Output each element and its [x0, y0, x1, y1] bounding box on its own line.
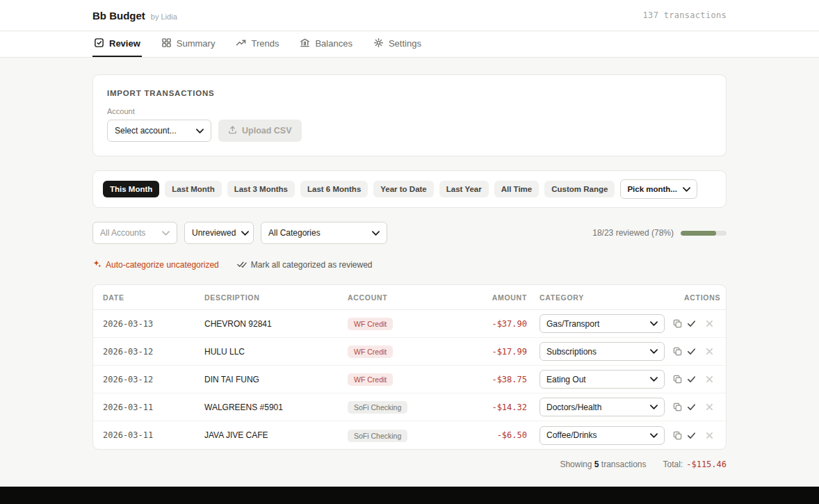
review-progress-fill: [681, 231, 716, 236]
trending-up-icon: [236, 38, 246, 50]
category-select[interactable]: Doctors/Health: [540, 398, 665, 416]
select-value: Doctors/Health: [546, 403, 601, 412]
delete-transaction-button[interactable]: [702, 317, 716, 331]
select-value: Eating Out: [546, 375, 586, 384]
app-title: Bb Budget: [92, 10, 145, 22]
import-transactions-card: IMPORT TRANSACTIONS Account Select accou…: [92, 74, 727, 156]
copy-icon: [673, 431, 682, 440]
mark-reviewed-button[interactable]: [684, 400, 698, 414]
table-row: 2026-03-12 DIN TAI FUNG WF Credit -$38.7…: [93, 366, 726, 393]
tab-balances[interactable]: Balances: [298, 31, 353, 57]
sparkles-icon: [92, 259, 102, 270]
copy-category-button[interactable]: [670, 428, 684, 442]
chevron-down-icon: [650, 349, 658, 354]
copy-category-button[interactable]: [670, 317, 684, 331]
mark-reviewed-button[interactable]: [684, 373, 698, 387]
category-select[interactable]: Eating Out: [540, 370, 665, 389]
transactions-table: Date Description Account Amount Category…: [92, 284, 727, 450]
delete-transaction-button[interactable]: [702, 428, 716, 442]
pill-year-to-date[interactable]: Year to Date: [373, 181, 433, 197]
chevron-down-icon: [650, 377, 658, 382]
copy-icon: [673, 403, 682, 412]
category-select[interactable]: Subscriptions: [540, 342, 665, 361]
account-badge: WF Credit: [348, 318, 393, 330]
check-icon: [687, 375, 696, 384]
table-row: 2026-03-12 HULU LLC WF Credit -$17.99 Su…: [93, 338, 726, 366]
account-filter-select[interactable]: All Accounts: [92, 222, 177, 244]
select-value: Gas/Transport: [546, 319, 599, 329]
pill-last-3-months[interactable]: Last 3 Months: [227, 181, 295, 197]
pick-month-select[interactable]: Pick month...: [620, 179, 697, 199]
check-icon: [687, 319, 696, 328]
col-category: Category: [540, 293, 684, 302]
showing-count: Showing 5 transactions: [560, 460, 646, 469]
transaction-amount: -$38.75: [477, 375, 540, 384]
account-badge: WF Credit: [348, 373, 393, 386]
chevron-down-icon: [683, 187, 690, 192]
transaction-amount: -$37.90: [477, 319, 540, 329]
import-account-select[interactable]: Select account...: [107, 120, 211, 142]
col-account: Account: [348, 293, 477, 302]
copy-icon: [673, 375, 682, 384]
copy-category-button[interactable]: [670, 400, 684, 414]
pill-last-month[interactable]: Last Month: [165, 181, 221, 197]
pill-last-6-months[interactable]: Last 6 Months: [300, 181, 368, 197]
tab-label: Trends: [251, 38, 279, 49]
double-check-icon: [237, 260, 247, 270]
date-range-card: This Month Last Month Last 3 Months Last…: [92, 170, 727, 208]
mark-all-reviewed-button[interactable]: Mark all categorized as reviewed: [237, 260, 373, 270]
upload-icon: [228, 125, 237, 136]
col-description: Description: [204, 293, 348, 302]
chevron-down-icon: [372, 231, 380, 236]
app-byline: by Lidia: [151, 13, 177, 21]
upload-csv-button[interactable]: Upload CSV: [218, 120, 302, 142]
mark-reviewed-button[interactable]: [684, 345, 698, 359]
pill-this-month[interactable]: This Month: [103, 181, 159, 197]
transaction-description: DIN TAI FUNG: [204, 375, 348, 384]
pill-last-year[interactable]: Last Year: [439, 181, 489, 197]
tab-summary[interactable]: Summary: [160, 31, 217, 57]
review-status-select[interactable]: Unreviewed: [184, 222, 254, 244]
delete-transaction-button[interactable]: [702, 373, 716, 387]
tab-label: Balances: [315, 38, 352, 49]
transaction-date: 2026-03-13: [103, 319, 204, 329]
import-heading: IMPORT TRANSACTIONS: [107, 89, 712, 97]
tab-label: Settings: [389, 38, 421, 49]
copy-category-button[interactable]: [670, 345, 684, 359]
delete-transaction-button[interactable]: [702, 400, 716, 414]
total: Total:-$115.46: [663, 460, 727, 469]
main-nav: Review Summary Trends Balances Settings: [0, 31, 819, 58]
copy-category-button[interactable]: [670, 373, 684, 387]
tab-label: Summary: [177, 38, 216, 49]
close-icon: [706, 375, 713, 383]
mark-reviewed-button[interactable]: [684, 428, 698, 442]
account-badge: SoFi Checking: [348, 430, 407, 442]
tab-review[interactable]: Review: [92, 31, 142, 57]
pill-custom-range[interactable]: Custom Range: [544, 181, 615, 197]
category-select[interactable]: Gas/Transport: [540, 314, 665, 333]
category-select[interactable]: Coffee/Drinks: [540, 426, 665, 445]
select-value: Coffee/Drinks: [546, 430, 597, 440]
select-value: Select account...: [115, 126, 177, 136]
pill-all-time[interactable]: All Time: [494, 181, 540, 197]
showing-suffix: transactions: [601, 460, 647, 469]
tab-label: Review: [109, 38, 140, 49]
copy-icon: [673, 347, 682, 356]
col-date: Date: [103, 293, 204, 302]
chevron-down-icon: [162, 231, 170, 236]
delete-transaction-button[interactable]: [702, 345, 716, 359]
auto-categorize-button[interactable]: Auto-categorize uncategorized: [92, 259, 219, 270]
review-progress-bar: [681, 231, 727, 236]
account-badge: SoFi Checking: [348, 401, 407, 414]
chevron-down-icon: [650, 321, 658, 326]
app-header: Bb Budget by Lidia 137 transactions: [0, 0, 819, 31]
bank-icon: [300, 38, 310, 50]
grid-icon: [161, 38, 172, 50]
transaction-description: WALGREENS #5901: [204, 403, 348, 412]
tab-trends[interactable]: Trends: [234, 31, 280, 57]
close-icon: [706, 348, 713, 355]
account-badge: WF Credit: [348, 346, 393, 358]
mark-reviewed-button[interactable]: [684, 317, 698, 331]
category-filter-select[interactable]: All Categories: [261, 222, 387, 244]
tab-settings[interactable]: Settings: [372, 31, 423, 57]
